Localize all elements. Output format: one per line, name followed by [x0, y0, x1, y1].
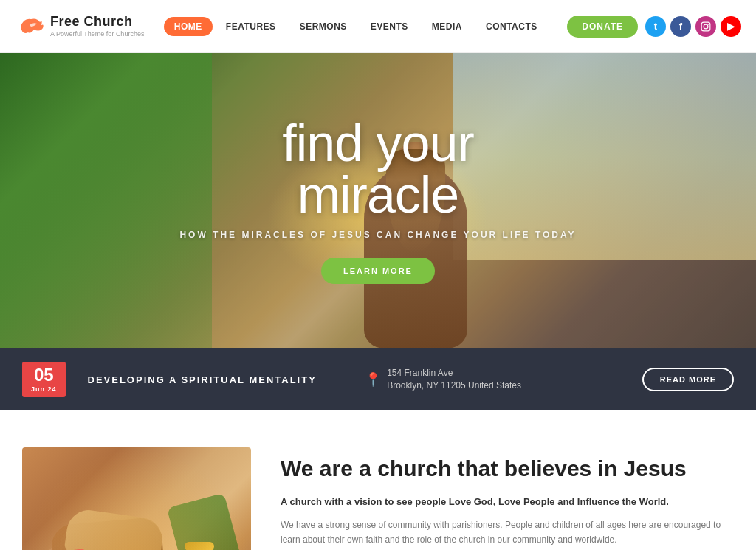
location-pin-icon: 📍	[365, 371, 381, 388]
header-right: DONATE t f ▶	[567, 16, 741, 38]
hero-content: find your miracle HOW THE MIRACLES OF JE…	[179, 117, 576, 284]
about-image	[22, 447, 251, 550]
logo[interactable]: Free Church A Powerful Theme for Churche…	[15, 12, 144, 41]
about-bold-text: A church with a vision to see people Lov…	[281, 495, 734, 509]
event-date-box: 05 Jun 24	[22, 362, 66, 397]
nav-contacts[interactable]: CONTACTS	[475, 17, 548, 36]
donate-button[interactable]: DONATE	[567, 16, 638, 38]
svg-point-2	[707, 23, 709, 24]
about-body-text: We have a strong sense of community with…	[281, 518, 734, 548]
logo-text-area: Free Church A Powerful Theme for Churche…	[50, 15, 144, 38]
logo-icon	[15, 12, 44, 41]
about-content: We are a church that believes in Jesus A…	[281, 447, 734, 548]
facebook-icon[interactable]: f	[670, 16, 691, 37]
hero-section: find your miracle HOW THE MIRACLES OF JE…	[0, 53, 756, 348]
event-location: 📍 154 Franklin Ave Brooklyn, NY 11205 Un…	[365, 367, 620, 392]
learn-more-button[interactable]: LEARN MORE	[321, 258, 435, 284]
logo-subtitle: A Powerful Theme for Churches	[50, 30, 144, 38]
event-banner: 05 Jun 24 DEVELOPING A SPIRITUAL MENTALI…	[0, 348, 756, 410]
social-icons: t f ▶	[645, 16, 741, 37]
event-date-day: 05	[31, 366, 57, 384]
main-nav: HOME FEATURES SERMONS EVENTS MEDIA CONTA…	[164, 17, 548, 36]
svg-point-1	[704, 24, 708, 29]
twitter-icon[interactable]: t	[645, 16, 666, 37]
read-more-button[interactable]: READ MORE	[642, 368, 734, 391]
svg-rect-0	[701, 22, 710, 31]
hero-title: find your miracle	[179, 117, 576, 221]
event-date-month: Jun 24	[31, 385, 57, 393]
youtube-icon[interactable]: ▶	[721, 16, 741, 37]
hero-subtitle: HOW THE MIRACLES OF JESUS CAN CHANGE YOU…	[179, 230, 576, 240]
nav-home[interactable]: HOME	[164, 17, 213, 36]
event-title: DEVELOPING A SPIRITUAL MENTALITY	[88, 374, 343, 385]
about-title: We are a church that believes in Jesus	[281, 455, 734, 483]
nav-media[interactable]: MEDIA	[422, 17, 472, 36]
nav-events[interactable]: EVENTS	[360, 17, 419, 36]
header: Free Church A Powerful Theme for Churche…	[0, 0, 756, 53]
about-section: We are a church that believes in Jesus A…	[0, 410, 756, 550]
nav-sermons[interactable]: SERMONS	[289, 17, 357, 36]
instagram-icon[interactable]	[695, 16, 716, 37]
nav-features[interactable]: FEATURES	[216, 17, 286, 36]
logo-title: Free Church	[50, 15, 144, 30]
location-text: 154 Franklin Ave Brooklyn, NY 11205 Unit…	[387, 367, 521, 392]
